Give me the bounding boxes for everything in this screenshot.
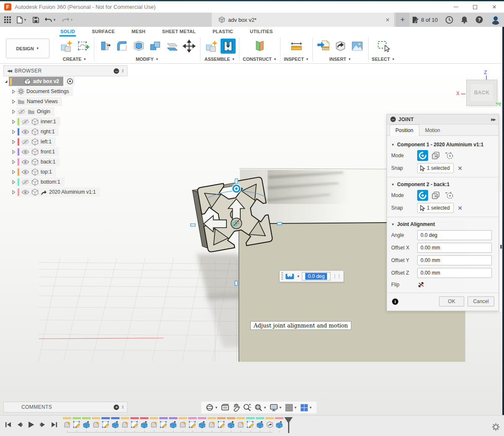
- cancel-button[interactable]: Cancel: [468, 296, 494, 306]
- timeline-item-component[interactable]: [121, 417, 129, 429]
- pan-tool-button[interactable]: [232, 403, 240, 412]
- component1-section-header[interactable]: ▼ Component 1 - 2020 Aluminium v1:1: [391, 140, 494, 149]
- minimize-button[interactable]: [446, 1, 465, 13]
- ribbon-tab-mesh[interactable]: MESH: [131, 27, 146, 36]
- timeline-item-sketch[interactable]: [73, 417, 81, 429]
- ribbon-group-label[interactable]: INSERT▼: [329, 56, 351, 62]
- eye-hidden-icon[interactable]: [21, 119, 29, 125]
- timeline-item-component[interactable]: [63, 417, 71, 429]
- save-button[interactable]: [33, 17, 39, 23]
- browser-row-top-1[interactable]: top:1: [3, 167, 127, 177]
- step-forward-button[interactable]: [39, 421, 46, 428]
- expanded-triangle-icon[interactable]: [3, 79, 9, 84]
- shell-icon[interactable]: [131, 39, 146, 54]
- eye-visible-icon[interactable]: [14, 79, 22, 84]
- browser-row-origin[interactable]: Origin: [3, 106, 127, 117]
- mode-simple-button[interactable]: [417, 150, 428, 161]
- drag-handle[interactable]: [281, 272, 283, 280]
- timeline-item-component[interactable]: [208, 417, 216, 429]
- close-button[interactable]: ✕: [485, 1, 504, 13]
- browser-row-front-1[interactable]: front:1: [3, 147, 127, 157]
- timeline-item-component[interactable]: [179, 417, 187, 429]
- timeline-item-sketch[interactable]: [159, 417, 168, 429]
- fillet-icon[interactable]: [114, 39, 130, 54]
- collapse-triangle-icon[interactable]: [11, 119, 16, 124]
- new-component-icon[interactable]: [204, 39, 219, 54]
- browser-row-named-views[interactable]: Named Views: [3, 96, 127, 106]
- collapse-triangle-icon[interactable]: [11, 99, 16, 104]
- ribbon-group-label[interactable]: SELECT▼: [372, 56, 395, 62]
- dialog-minus-icon[interactable]: –: [390, 117, 396, 122]
- free-edits-counter[interactable]: 8 of 10: [412, 16, 438, 23]
- component1-snap-clear-icon[interactable]: ✕: [458, 165, 462, 171]
- collapse-triangle-icon[interactable]: [11, 130, 16, 134]
- mode-between-faces-button[interactable]: [431, 190, 442, 201]
- add-comment-icon[interactable]: +: [114, 405, 119, 410]
- timeline-item-derive[interactable]: [265, 417, 274, 429]
- notifications-button[interactable]: [461, 16, 468, 23]
- joint-icon[interactable]: [221, 39, 236, 54]
- ribbon-tab-sheet-metal[interactable]: SHEET METAL: [161, 27, 197, 36]
- panel-grip-icon[interactable]: ‖: [122, 68, 124, 73]
- ribbon-tab-solid[interactable]: SOLID: [60, 27, 76, 36]
- timeline-item-sketch[interactable]: [130, 417, 139, 429]
- timeline-item-extrude[interactable]: [275, 417, 283, 429]
- browser-row-inner-1[interactable]: inner:1: [3, 117, 127, 127]
- redo-button[interactable]: ▼: [62, 17, 73, 23]
- eye-hidden-icon[interactable]: [18, 109, 26, 114]
- ribbon-group-label[interactable]: CONSTRUCT▼: [243, 56, 277, 62]
- press-pull-icon[interactable]: [98, 39, 113, 54]
- timeline-item-component[interactable]: [92, 417, 100, 429]
- panel-minus-icon[interactable]: –: [114, 68, 119, 74]
- timeline-item-extrude[interactable]: [198, 417, 206, 429]
- design-workspace-button[interactable]: DESIGN▼: [6, 39, 49, 58]
- joint-rotate-handle[interactable]: [232, 184, 241, 193]
- timeline-item-extrude[interactable]: [169, 417, 177, 429]
- go-to-start-button[interactable]: [5, 421, 12, 428]
- job-status-button[interactable]: [445, 16, 453, 24]
- collapse-triangle-icon[interactable]: [11, 160, 16, 164]
- offset-y-input[interactable]: 0.00 mm: [417, 255, 492, 265]
- comments-panel-header[interactable]: COMMENTS + ‖: [3, 402, 127, 413]
- ribbon-tab-surface[interactable]: SURFACE: [91, 27, 116, 36]
- joint-tab-position[interactable]: Position: [390, 125, 419, 136]
- mode-motion-button[interactable]: [444, 150, 455, 161]
- viewport[interactable]: ◀◀ BROWSER – ‖ adv box v2Document Settin…: [0, 64, 504, 415]
- collapse-triangle-icon[interactable]: [11, 170, 16, 174]
- step-back-button[interactable]: [16, 421, 23, 428]
- timeline-item-sketch[interactable]: [188, 417, 197, 429]
- mode-between-faces-button[interactable]: [431, 150, 442, 161]
- fit-tool-button[interactable]: ▼: [254, 403, 267, 412]
- file-menu-button[interactable]: ▼: [17, 16, 27, 23]
- maximize-button[interactable]: [465, 1, 485, 13]
- insert-mesh-icon[interactable]: [333, 39, 348, 54]
- panel-grip-icon[interactable]: ‖: [122, 405, 124, 410]
- activate-component-radio[interactable]: [65, 77, 75, 86]
- play-button[interactable]: [28, 421, 35, 428]
- timeline-item-extrude[interactable]: [227, 417, 235, 429]
- eye-visible-icon[interactable]: [21, 149, 29, 155]
- timeline-item-component[interactable]: [236, 417, 245, 429]
- canvas-icon[interactable]: [350, 39, 365, 54]
- joint-origin-marker[interactable]: [231, 218, 242, 228]
- collapse-triangle-icon[interactable]: [11, 140, 16, 144]
- mode-motion-button[interactable]: [444, 190, 455, 201]
- offset-z-input[interactable]: 0.00 mm: [417, 268, 492, 278]
- viewcube-face-back[interactable]: BACK: [466, 80, 497, 106]
- document-tab[interactable]: adv box v2* ✕: [212, 13, 394, 27]
- more-options-icon[interactable]: ⋮⋮: [333, 274, 341, 279]
- browser-row-document-settings[interactable]: Document Settings: [3, 86, 127, 96]
- ribbon-group-label[interactable]: ASSEMBLE▼: [204, 56, 235, 62]
- timeline-item-extrude[interactable]: [140, 417, 148, 429]
- move-icon[interactable]: [182, 39, 197, 54]
- joint-rotate-tick[interactable]: [235, 179, 238, 184]
- split-icon[interactable]: [165, 39, 180, 54]
- browser-row-right-1[interactable]: right:1: [3, 127, 127, 137]
- insert-svg-icon[interactable]: SVG: [316, 39, 331, 54]
- collapse-triangle-icon[interactable]: [11, 109, 16, 114]
- angle-input[interactable]: 0.0 deg: [417, 230, 492, 240]
- collapse-triangle-icon[interactable]: [11, 89, 16, 94]
- timeline-item-extrude[interactable]: [82, 417, 91, 429]
- timeline-item-sketch[interactable]: [101, 417, 110, 429]
- component2-section-header[interactable]: ▼ Component 2 - back:1: [391, 180, 494, 189]
